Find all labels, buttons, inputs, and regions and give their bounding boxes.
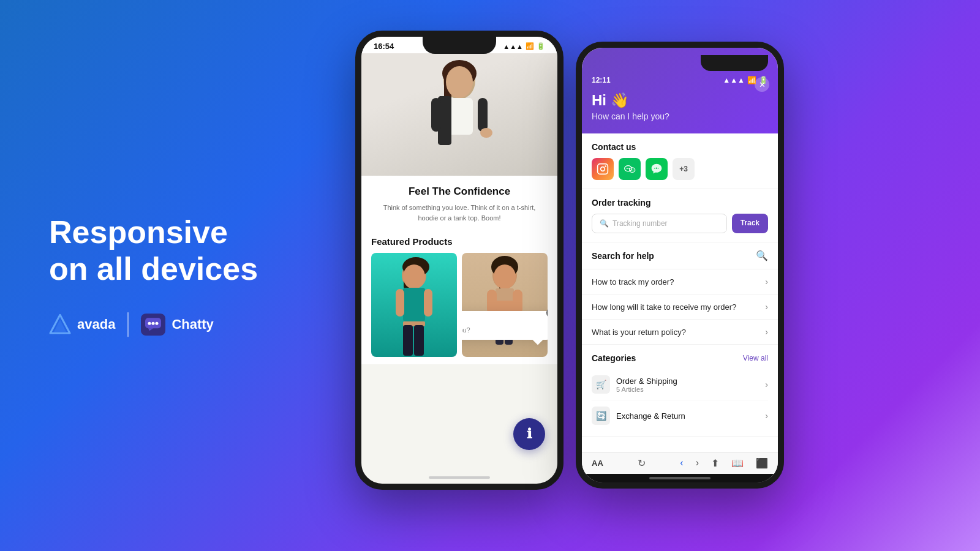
product-hero-image (361, 53, 557, 176)
exchange-return-icon: 🔄 (592, 407, 610, 425)
chat-popup-sub: How can I help you? (462, 326, 545, 334)
faq-chevron-2: › (765, 302, 768, 312)
faq-item-2[interactable]: How long will it take to receive my orde… (582, 294, 778, 320)
hero-person-svg (404, 56, 514, 176)
svg-point-9 (446, 66, 473, 98)
category-chevron-1: › (765, 380, 768, 389)
product-card-1[interactable] (371, 253, 457, 357)
featured-section: Featured Products (361, 229, 557, 364)
avada-icon (49, 313, 71, 335)
tracking-input-row: 🔍 Tracking number Track (592, 214, 768, 233)
svg-rect-35 (513, 290, 522, 314)
chatty-logo: Chatty (141, 313, 213, 335)
svg-point-19 (403, 264, 425, 289)
featured-title: Featured Products (371, 236, 548, 247)
line-icon[interactable] (646, 158, 668, 180)
avada-label: avada (77, 317, 115, 332)
refresh-icon[interactable]: ↻ (638, 457, 646, 469)
signal-icon: ▲▲▲ (503, 43, 523, 50)
logo-divider (127, 312, 129, 337)
faq-text-2: How long will it take to receive my orde… (592, 302, 736, 312)
chat-popup: ✕ Hi there 👋 How can I help you? (462, 311, 548, 340)
search-for-help-section: Search for help 🔍 (582, 242, 778, 269)
chat-app-body: Contact us (582, 133, 778, 452)
back-icon[interactable]: ‹ (680, 457, 683, 469)
brand-logos: avada Chatty (49, 312, 258, 337)
svg-point-44 (633, 170, 634, 171)
category-name-1: Order & Shipping (616, 377, 677, 386)
svg-point-3 (148, 321, 151, 324)
svg-point-42 (628, 168, 630, 169)
category-item-1[interactable]: 🛒 Order & Shipping 5 Articles › (592, 369, 768, 400)
instagram-icon[interactable] (592, 158, 614, 180)
more-contacts-icon[interactable]: +3 (673, 158, 695, 180)
right-home-bar (582, 474, 778, 482)
tracking-search-icon: 🔍 (600, 219, 609, 228)
order-shipping-icon: 🛒 (592, 375, 610, 394)
browser-nav-icons: ‹ › ⬆ 📖 ⬛ (680, 457, 768, 469)
order-tracking-section: Order tracking 🔍 Tracking number Track (582, 189, 778, 242)
tracking-input[interactable]: 🔍 Tracking number (592, 214, 727, 233)
chat-popup-container: ✕ Hi there 👋 How can I help you? (462, 311, 548, 345)
contact-icons-row: +3 (592, 158, 768, 180)
product-card-2[interactable]: ✕ Hi there 👋 How can I help you? (462, 253, 548, 357)
svg-rect-13 (431, 98, 441, 132)
svg-rect-25 (424, 289, 432, 317)
view-all-link[interactable]: View all (743, 354, 768, 362)
category-count-1: 5 Articles (616, 386, 677, 393)
faq-item-3[interactable]: What is your return policy? › (582, 320, 778, 345)
category-item-2[interactable]: 🔄 Exchange & Return › (592, 400, 768, 431)
category-left-2: 🔄 Exchange & Return (592, 407, 685, 425)
hero-section: Responsive on all devices (49, 214, 258, 337)
phone-right: 12:11 ▲▲▲ 📶 🔋 ✕ Hi 👋 How can I help you?… (576, 42, 784, 489)
right-home-indicator (649, 477, 710, 479)
faq-chevron-1: › (765, 277, 768, 287)
avada-logo: avada (49, 313, 115, 335)
svg-point-5 (156, 321, 159, 324)
right-time: 12:11 (592, 76, 611, 84)
svg-rect-34 (487, 290, 497, 314)
phone-right-inner: 12:11 ▲▲▲ 📶 🔋 ✕ Hi 👋 How can I help you?… (582, 48, 778, 482)
svg-rect-36 (598, 164, 608, 174)
aa-text-button[interactable]: AA (592, 459, 603, 468)
product-text-section: Feel The Confidence Think of something y… (361, 176, 557, 229)
svg-point-4 (152, 321, 155, 324)
track-button[interactable]: Track (732, 214, 768, 233)
phone-left: 16:54 ▲▲▲ 📶 🔋 (355, 31, 564, 490)
faq-text-1: How to track my order? (592, 277, 674, 287)
hero-title: Responsive on all devices (49, 214, 258, 288)
chat-popup-title: Hi there 👋 (462, 317, 545, 326)
contact-us-title: Contact us (592, 142, 768, 152)
tabs-icon[interactable]: ⬛ (756, 457, 768, 469)
svg-point-39 (625, 166, 632, 171)
share-icon[interactable]: ⬆ (711, 457, 719, 469)
category-name-2: Exchange & Return (616, 411, 685, 421)
category-info-1: Order & Shipping 5 Articles (616, 377, 677, 393)
svg-rect-22 (403, 325, 413, 356)
chat-fab-button[interactable]: ℹ (513, 418, 545, 450)
left-status-icons: ▲▲▲ 📶 🔋 (503, 42, 545, 50)
contact-us-section: Contact us (582, 133, 778, 189)
right-status-bar: 12:11 ▲▲▲ 📶 🔋 (592, 76, 768, 84)
order-tracking-title: Order tracking (592, 198, 768, 208)
chat-close-button[interactable]: ✕ (755, 77, 769, 92)
browser-bottom-bar: AA ↻ ‹ › ⬆ 📖 ⬛ (582, 452, 778, 474)
faq-item-1[interactable]: How to track my order? › (582, 269, 778, 294)
product-title: Feel The Confidence (374, 186, 545, 198)
forward-icon[interactable]: › (696, 457, 699, 469)
wechat-icon[interactable] (619, 158, 641, 180)
categories-section: Categories View all 🛒 Order & Shipping 5… (582, 345, 778, 437)
svg-rect-47 (658, 168, 659, 168)
product-grid: ✕ Hi there 👋 How can I help you? (371, 253, 548, 357)
chat-greeting: Hi 👋 (592, 92, 768, 109)
chat-app-header: 12:11 ▲▲▲ 📶 🔋 ✕ Hi 👋 How can I help you? (582, 48, 778, 133)
signal-bars: ▲▲▲ (723, 76, 745, 84)
chatty-label: Chatty (172, 317, 213, 332)
bookmarks-icon[interactable]: 📖 (731, 457, 744, 469)
chat-subgreeting: How can I help you? (592, 111, 768, 121)
search-icon-btn[interactable]: 🔍 (756, 250, 768, 261)
phone-left-inner: 16:54 ▲▲▲ 📶 🔋 (361, 37, 557, 484)
right-phone-notch (701, 55, 768, 71)
categories-title: Categories (592, 353, 636, 363)
tracking-placeholder: Tracking number (612, 219, 668, 228)
